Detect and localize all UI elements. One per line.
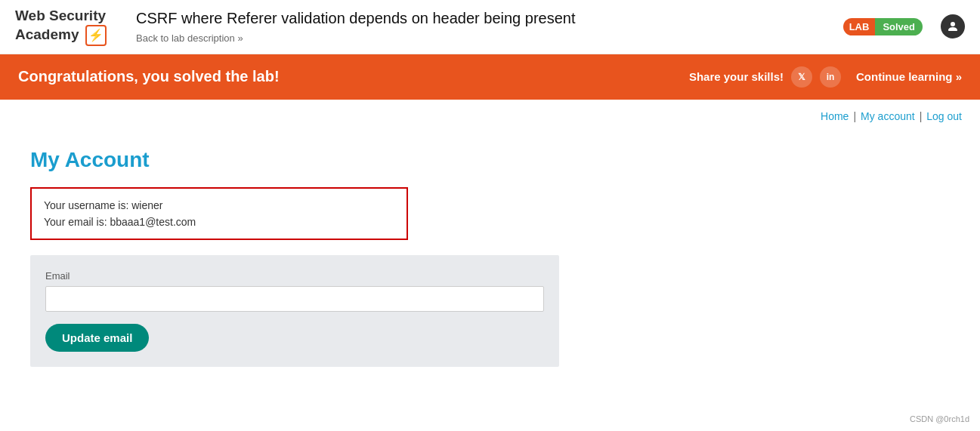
lab-badge: LAB Solved xyxy=(843,18,923,35)
lab-info: CSRF where Referer validation depends on… xyxy=(136,10,828,44)
linkedin-icon[interactable]: in xyxy=(820,66,841,88)
user-account-icon[interactable] xyxy=(941,14,965,38)
continue-learning-link[interactable]: Continue learning » xyxy=(856,70,962,83)
email-line: Your email is: bbaaa1@test.com xyxy=(44,216,394,228)
twitter-icon[interactable]: 𝕏 xyxy=(791,66,812,88)
logo-line1: Web Security xyxy=(15,8,107,25)
update-email-button[interactable]: Update email xyxy=(45,324,149,352)
lab-title: CSRF where Referer validation depends on… xyxy=(136,10,828,27)
logo-icon: ⚡ xyxy=(85,25,107,46)
my-account-link[interactable]: My account xyxy=(861,110,915,122)
page-title: My Account xyxy=(30,148,559,172)
banner-message: Congratulations, you solved the lab! xyxy=(18,68,689,85)
success-banner: Congratulations, you solved the lab! Sha… xyxy=(0,54,980,100)
nav-bar: Home | My account | Log out xyxy=(0,100,980,133)
logo: Web Security Academy ⚡ xyxy=(15,8,121,46)
share-label: Share your skills! xyxy=(689,70,784,83)
user-info-box: Your username is: wiener Your email is: … xyxy=(30,187,408,240)
email-label: Email xyxy=(45,270,544,282)
email-input[interactable] xyxy=(45,286,544,312)
log-out-link[interactable]: Log out xyxy=(926,110,962,122)
home-link[interactable]: Home xyxy=(821,110,849,122)
update-email-form: Email Update email xyxy=(30,255,559,367)
share-section: Share your skills! 𝕏 in xyxy=(689,66,841,88)
lab-status-label: Solved xyxy=(875,18,923,35)
main-content: My Account Your username is: wiener Your… xyxy=(0,133,589,397)
back-to-lab-link[interactable]: Back to lab description » xyxy=(136,32,243,44)
lab-tag-label: LAB xyxy=(843,18,876,35)
logo-line2: Academy xyxy=(15,26,79,44)
header: Web Security Academy ⚡ CSRF where Refere… xyxy=(0,0,980,54)
username-line: Your username is: wiener xyxy=(44,199,394,211)
